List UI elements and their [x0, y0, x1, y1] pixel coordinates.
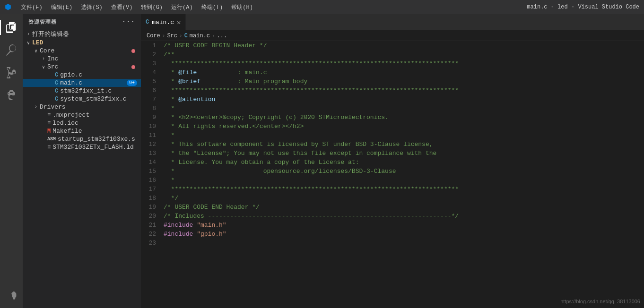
menu-terminal[interactable]: 终端(T)	[198, 2, 227, 12]
drivers-label: Drivers	[40, 103, 141, 111]
led-label: LED	[32, 39, 141, 46]
tab-label: main.c	[152, 19, 174, 26]
editor-area: C main.c ✕ Core › Src › C main.c › ... 1…	[141, 14, 644, 308]
watermark: https://blog.csdn.net/qq_38113006	[560, 299, 640, 304]
tab-bar: C main.c ✕	[141, 14, 644, 31]
more-icon[interactable]: ···	[122, 18, 135, 26]
breadcrumb-c-icon: C	[184, 33, 188, 39]
tree-item-mxproject[interactable]: › ≡ .mxproject	[23, 111, 141, 119]
activity-bar	[0, 14, 23, 308]
src-label: Src	[47, 63, 131, 70]
activity-search[interactable]	[0, 39, 23, 61]
title-bar-left: ⬢ 文件(F) 编辑(E) 选择(S) 查看(V) 转到(G) 运行(A) 终端…	[5, 2, 257, 12]
sidebar-header: 资源管理器 ···	[23, 14, 141, 29]
breadcrumb-sep3: ›	[212, 33, 215, 39]
open-editors-arrow: ›	[25, 32, 32, 37]
tree-item-flash[interactable]: › ≡ STM32F103ZETx_FLASH.ld	[23, 143, 141, 151]
activity-debug[interactable]	[0, 84, 23, 107]
core-dot	[131, 49, 135, 53]
c-file-icon2: C	[55, 80, 58, 86]
ledioc-label: led.ioc	[52, 120, 141, 127]
breadcrumb-src[interactable]: Src	[167, 33, 177, 39]
breadcrumb-sep1: ›	[162, 33, 165, 39]
tree-item-stm32it[interactable]: › C stm32f1xx_it.c	[23, 87, 141, 95]
sidebar-title: 资源管理器	[28, 18, 57, 26]
main-label: main.c	[60, 79, 127, 86]
flash-label: STM32F103ZETx_FLASH.ld	[52, 144, 141, 151]
c-file-icon4: C	[55, 96, 58, 103]
makefile-label: Makefile	[52, 128, 141, 135]
tree-item-ledioc[interactable]: › ≡ led.ioc	[23, 119, 141, 127]
tab-main-c[interactable]: C main.c ✕	[141, 14, 186, 30]
drivers-arrow: ›	[32, 104, 40, 110]
window-title: main.c - led - Visual Studio Code	[527, 4, 639, 10]
activity-source-control[interactable]	[0, 61, 23, 84]
tree-item-makefile[interactable]: › M Makefile	[23, 127, 141, 135]
open-editors-section[interactable]: › 打开的编辑器	[23, 29, 141, 39]
tree-item-system[interactable]: › C system_stm32f1xx.c	[23, 95, 141, 103]
tree-item-inc[interactable]: › Inc	[23, 55, 141, 63]
inc-label: Inc	[47, 55, 141, 62]
tree-item-src[interactable]: ∨ Src	[23, 63, 141, 71]
gpio-label: gpio.c	[60, 71, 141, 78]
core-arrow: ∨	[32, 48, 40, 54]
system-label: system_stm32f1xx.c	[60, 95, 141, 103]
asm-icon: ASM	[47, 137, 56, 142]
c-file-icon: C	[55, 72, 58, 78]
menu-view[interactable]: 查看(V)	[107, 2, 137, 12]
vscode-icon: ⬢	[5, 2, 11, 12]
ld-icon: ≡	[47, 144, 51, 151]
main-layout: 资源管理器 ··· › 打开的编辑器 ∨ LED ∨ Core	[0, 14, 644, 308]
file-tree: › 打开的编辑器 ∨ LED ∨ Core › Inc ∨ S	[23, 29, 141, 151]
main-badge: 9+	[127, 80, 137, 86]
breadcrumb-file[interactable]: main.c	[190, 33, 210, 39]
code-editor[interactable]: 12345 678910 1112131415 1617181920 21222…	[141, 41, 644, 308]
line-numbers: 12345 678910 1112131415 1617181920 21222…	[141, 41, 160, 308]
activity-extensions[interactable]	[0, 283, 23, 306]
title-bar: ⬢ 文件(F) 编辑(E) 选择(S) 查看(V) 转到(G) 运行(A) 终端…	[0, 0, 644, 14]
breadcrumb: Core › Src › C main.c › ...	[141, 31, 644, 41]
tree-item-gpio[interactable]: › C gpio.c	[23, 71, 141, 79]
sidebar: 资源管理器 ··· › 打开的编辑器 ∨ LED ∨ Core	[23, 14, 141, 308]
menu-select[interactable]: 选择(S)	[77, 2, 106, 12]
led-arrow: ∨	[25, 40, 32, 46]
src-dot	[131, 65, 135, 69]
ioc-icon: ≡	[47, 120, 51, 127]
menu-run[interactable]: 运行(A)	[167, 2, 197, 12]
tree-item-startup[interactable]: › ASM startup_stm32f103xe.s	[23, 135, 141, 143]
tree-item-main[interactable]: › C main.c 9+	[23, 79, 141, 87]
tree-item-core[interactable]: ∨ Core	[23, 47, 141, 55]
menu-help[interactable]: 帮助(H)	[227, 2, 257, 12]
mxproject-label: .mxproject	[52, 111, 141, 119]
startup-label: startup_stm32f103xe.s	[58, 136, 141, 143]
breadcrumb-sep2: ›	[179, 33, 183, 39]
inc-arrow: ›	[40, 56, 47, 61]
open-editors-label: 打开的编辑器	[32, 30, 141, 38]
c-file-icon3: C	[55, 88, 58, 94]
menu-file[interactable]: 文件(F)	[17, 2, 46, 12]
code-content[interactable]: /* USER CODE BEGIN Header */ /** *******…	[160, 41, 644, 308]
tree-item-drivers[interactable]: › Drivers	[23, 103, 141, 111]
menu-edit[interactable]: 编辑(E)	[47, 2, 77, 12]
config-icon: ≡	[47, 112, 51, 119]
sidebar-header-icons: ···	[122, 18, 135, 26]
tab-close-button[interactable]: ✕	[177, 18, 181, 26]
activity-explorer[interactable]	[0, 16, 23, 39]
makefile-icon: M	[47, 128, 51, 135]
stm32it-label: stm32f1xx_it.c	[60, 87, 141, 94]
src-arrow: ∨	[40, 64, 47, 70]
breadcrumb-core[interactable]: Core	[147, 33, 160, 39]
menu-goto[interactable]: 转到(G)	[137, 2, 166, 12]
tree-item-led[interactable]: ∨ LED	[23, 39, 141, 47]
tab-c-icon: C	[146, 19, 149, 26]
core-label: Core	[40, 47, 131, 54]
breadcrumb-more[interactable]: ...	[217, 33, 227, 39]
menu-bar: 文件(F) 编辑(E) 选择(S) 查看(V) 转到(G) 运行(A) 终端(T…	[17, 2, 257, 12]
